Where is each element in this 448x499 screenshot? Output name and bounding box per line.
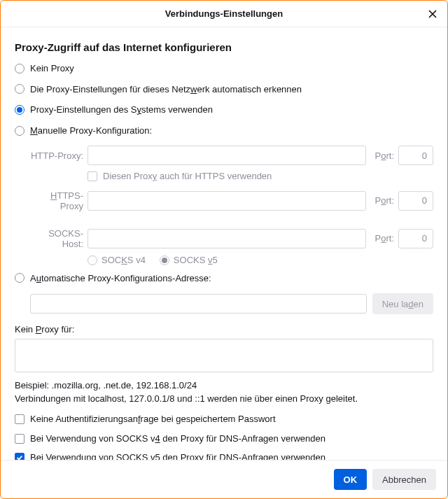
radio-label: Manuelle Proxy-Konfiguration: [30, 125, 152, 136]
section-heading: Proxy-Zugriff auf das Internet konfiguri… [15, 41, 433, 53]
http-proxy-label: HTTP-Proxy: [30, 150, 83, 161]
auto-url-row: Neu laden [30, 293, 433, 314]
radio-label: SOCKS v5 [174, 255, 218, 266]
close-icon [428, 9, 438, 19]
radio-socks-v4[interactable]: SOCKS v4 [88, 255, 146, 266]
no-proxy-textarea[interactable] [15, 339, 433, 372]
checkbox-icon [15, 453, 24, 460]
radio-system-proxy[interactable]: Proxy-Einstellungen des Systems verwende… [15, 104, 433, 115]
https-proxy-input[interactable] [88, 191, 366, 211]
radio-label: Kein Proxy [30, 63, 74, 74]
radio-icon [15, 105, 24, 115]
check-label: Bei Verwendung von SOCKS v4 den Proxy fü… [30, 433, 326, 444]
dialog-title: Verbindungs-Einstellungen [165, 8, 283, 19]
no-proxy-note: Verbindungen mit localhost, 127.0.0.1/8 … [15, 393, 433, 404]
socks-host-input[interactable] [88, 229, 366, 248]
http-port-label: Port: [370, 150, 394, 161]
auto-url-input[interactable] [30, 294, 367, 314]
check-no-auth-prompt[interactable]: Keine Authentifizierungsanfrage bei gesp… [15, 414, 433, 425]
connection-settings-dialog: Verbindungs-Einstellungen Proxy-Zugriff … [0, 0, 448, 499]
check-socks5-dns[interactable]: Bei Verwendung von SOCKS v5 den Proxy fü… [15, 452, 433, 460]
share-proxy-row[interactable]: Diesen Proxy auch für HTTPS verwenden [88, 171, 433, 182]
radio-label: Proxy-Einstellungen des Systems verwende… [30, 104, 213, 115]
radio-icon [15, 126, 24, 136]
http-proxy-input[interactable] [88, 146, 366, 165]
https-port-label: Port: [370, 195, 394, 206]
checkbox-icon [88, 171, 97, 181]
share-proxy-label: Diesen Proxy auch für HTTPS verwenden [103, 171, 272, 182]
radio-auto-detect[interactable]: Die Proxy-Einstellungen für dieses Netzw… [15, 84, 433, 95]
dialog-body: Proxy-Zugriff auf das Internet konfiguri… [1, 27, 447, 460]
dialog-footer: OK Abbrechen [1, 460, 447, 498]
checkbox-icon [15, 414, 24, 424]
radio-icon [15, 84, 24, 94]
check-label: Keine Authentifizierungsanfrage bei gesp… [30, 414, 276, 425]
socks-host-label: SOCKS-Host: [30, 216, 83, 249]
titlebar: Verbindungs-Einstellungen [1, 1, 447, 27]
socks-port-input[interactable] [398, 229, 433, 248]
ok-button[interactable]: OK [334, 469, 368, 490]
radio-label: Die Proxy-Einstellungen für dieses Netzw… [30, 84, 302, 95]
checkbox-icon [15, 434, 24, 444]
radio-socks-v5[interactable]: SOCKS v5 [160, 255, 218, 266]
radio-icon [160, 255, 169, 265]
reload-button[interactable]: Neu laden [372, 293, 433, 314]
https-proxy-label: HTTPS-Proxy [30, 190, 83, 211]
socks-port-label: Port: [370, 220, 394, 244]
radio-manual-proxy[interactable]: Manuelle Proxy-Konfiguration: [15, 125, 433, 136]
cancel-button[interactable]: Abbrechen [372, 469, 436, 490]
manual-proxy-grid: HTTP-Proxy: Port: Diesen Proxy auch für … [30, 146, 433, 265]
check-socks4-dns[interactable]: Bei Verwendung von SOCKS v4 den Proxy fü… [15, 433, 433, 444]
radio-label: SOCKS v4 [102, 255, 146, 266]
no-proxy-example: Beispiel: .mozilla.org, .net.de, 192.168… [15, 380, 433, 391]
check-label: Bei Verwendung von SOCKS v5 den Proxy fü… [30, 452, 326, 460]
radio-icon [88, 255, 97, 265]
radio-auto-url[interactable]: Automatische Proxy-Konfigurations-Adress… [15, 273, 433, 284]
radio-icon [15, 64, 24, 73]
socks-version-row: SOCKS v4 SOCKS v5 [88, 255, 433, 266]
radio-label: Automatische Proxy-Konfigurations-Adress… [30, 273, 211, 284]
no-proxy-label: Kein Proxy für: [15, 324, 433, 335]
radio-no-proxy[interactable]: Kein Proxy [15, 63, 433, 74]
http-port-input[interactable] [398, 146, 433, 165]
https-port-input[interactable] [398, 191, 433, 211]
close-button[interactable] [424, 5, 442, 23]
radio-icon [15, 273, 24, 283]
